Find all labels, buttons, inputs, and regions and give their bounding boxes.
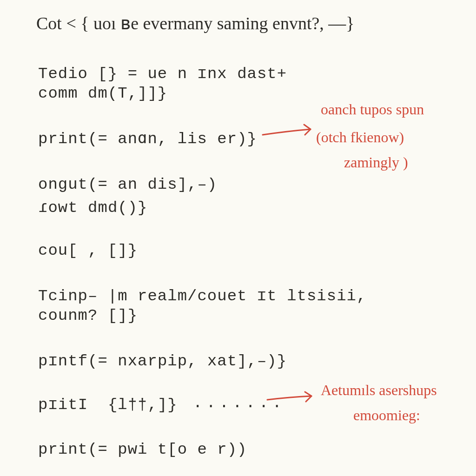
- code-line-3: print(= anɑn, lis er)}: [38, 128, 257, 148]
- code-line-2: comm dm(T,]]}: [38, 85, 167, 102]
- code-line-4: ongut(= an dis],–): [38, 176, 217, 193]
- header-line: Cot < { uoı ʙe evermany saming envnt?, —…: [36, 13, 355, 33]
- code-line-10: pɪitI {l††,]}: [38, 394, 187, 414]
- annotation-1-line-3: zamingly ): [344, 153, 408, 171]
- code-line-7: Tcinp– |m realm/couet ɪt ltsisii,: [38, 285, 366, 305]
- code-line-9: pɪntf(= nxarpip, xat],–)}: [38, 350, 287, 370]
- code-line-8: counm? []}: [38, 307, 138, 324]
- annotation-1-line-1: oanch tupos spun: [321, 100, 424, 118]
- code-line-11: print(= pwi t[o e r)): [38, 441, 247, 458]
- annotation-1-line-2: (otch fkienow): [316, 128, 404, 146]
- arrow-icon: [260, 121, 316, 144]
- page: { "header": "Cot < { uoı ʙe evermany sam…: [0, 0, 476, 476]
- code-line-6: cou[ , []}: [38, 242, 138, 259]
- annotation-2-line-2: emoomieg:: [353, 406, 420, 424]
- annotation-2-line-1: Aetumıls asershups: [321, 381, 437, 399]
- code-line-1: Tedio [} = ue n ɪnx dast+: [38, 63, 287, 83]
- arrow-icon: [265, 390, 316, 408]
- code-line-5: ɾowt dmd()}: [38, 197, 148, 217]
